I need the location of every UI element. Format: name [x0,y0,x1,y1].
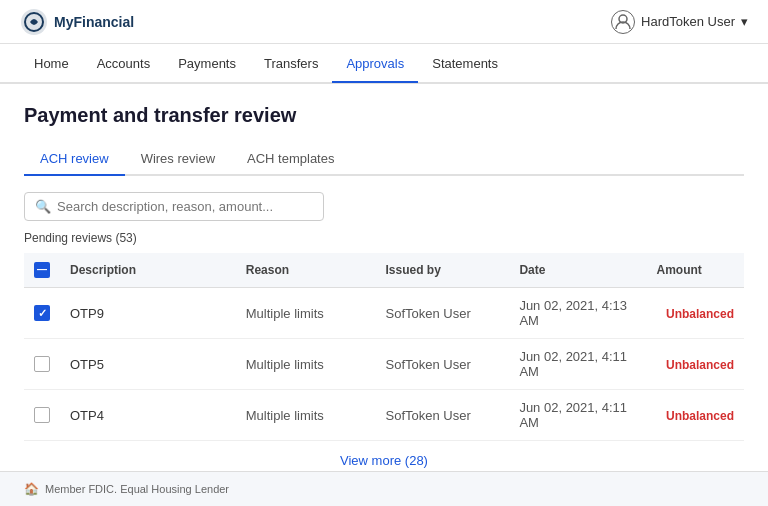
search-bar: 🔍 [24,192,324,221]
top-bar: MyFinancial HardToken User ▾ [0,0,768,44]
table-row: OTP4 Multiple limits SofToken User Jun 0… [24,390,744,441]
footer: 🏠 Member FDIC. Equal Housing Lender [0,471,768,506]
nav-item-approvals[interactable]: Approvals [332,46,418,83]
logo-icon [20,8,48,36]
fdic-icon: 🏠 [24,482,39,496]
tab-ach-review[interactable]: ACH review [24,143,125,176]
table-row: OTP5 Multiple limits SofToken User Jun 0… [24,339,744,390]
amount-unbalanced-otp9: Unbalanced [666,307,734,321]
row-checkbox-otp5[interactable] [24,339,60,390]
checkbox-unchecked-icon[interactable] [34,407,50,423]
page-content: Payment and transfer review ACH review W… [0,84,768,506]
row-date-otp4: Jun 02, 2021, 4:11 AM [509,390,646,441]
col-header-reason: Reason [236,253,376,288]
col-header-issued-by: Issued by [376,253,510,288]
nav-item-statements[interactable]: Statements [418,46,512,83]
app-name: MyFinancial [54,14,134,30]
amount-unbalanced-otp5: Unbalanced [666,358,734,372]
row-issued-otp4: SofToken User [376,390,510,441]
row-description-otp4: OTP4 [60,390,236,441]
amount-unbalanced-otp4: Unbalanced [666,409,734,423]
tabs: ACH review Wires review ACH templates [24,143,744,176]
row-checkbox-otp9[interactable] [24,288,60,339]
page-title: Payment and transfer review [24,104,744,127]
row-reason-otp4: Multiple limits [236,390,376,441]
nav-item-transfers[interactable]: Transfers [250,46,332,83]
nav-bar: Home Accounts Payments Transfers Approva… [0,44,768,84]
select-all-checkbox[interactable] [34,262,50,278]
row-amount-otp5: Unbalanced [647,339,744,390]
col-header-check [24,253,60,288]
nav-item-payments[interactable]: Payments [164,46,250,83]
row-reason-otp9: Multiple limits [236,288,376,339]
tab-wires-review[interactable]: Wires review [125,143,231,176]
user-menu[interactable]: HardToken User ▾ [611,10,748,34]
row-amount-otp9: Unbalanced [647,288,744,339]
checkbox-checked-icon[interactable] [34,305,50,321]
col-header-date: Date [509,253,646,288]
footer-text: Member FDIC. Equal Housing Lender [45,483,229,495]
row-description-otp9: OTP9 [60,288,236,339]
pending-reviews-label: Pending reviews (53) [24,231,744,245]
user-avatar-icon [611,10,635,34]
row-checkbox-otp4[interactable] [24,390,60,441]
search-input[interactable] [57,199,313,214]
user-label: HardToken User [641,14,735,29]
row-date-otp9: Jun 02, 2021, 4:13 AM [509,288,646,339]
row-issued-otp5: SofToken User [376,339,510,390]
nav-item-home[interactable]: Home [20,46,83,83]
user-dropdown-icon: ▾ [741,14,748,29]
row-issued-otp9: SofToken User [376,288,510,339]
nav-item-accounts[interactable]: Accounts [83,46,164,83]
search-icon: 🔍 [35,199,51,214]
row-description-otp5: OTP5 [60,339,236,390]
row-date-otp5: Jun 02, 2021, 4:11 AM [509,339,646,390]
tab-ach-templates[interactable]: ACH templates [231,143,350,176]
row-amount-otp4: Unbalanced [647,390,744,441]
logo[interactable]: MyFinancial [20,8,134,36]
col-header-amount: Amount [647,253,744,288]
col-header-description: Description [60,253,236,288]
table-row: OTP9 Multiple limits SofToken User Jun 0… [24,288,744,339]
review-table: Description Reason Issued by Date Amount… [24,253,744,481]
row-reason-otp5: Multiple limits [236,339,376,390]
checkbox-unchecked-icon[interactable] [34,356,50,372]
